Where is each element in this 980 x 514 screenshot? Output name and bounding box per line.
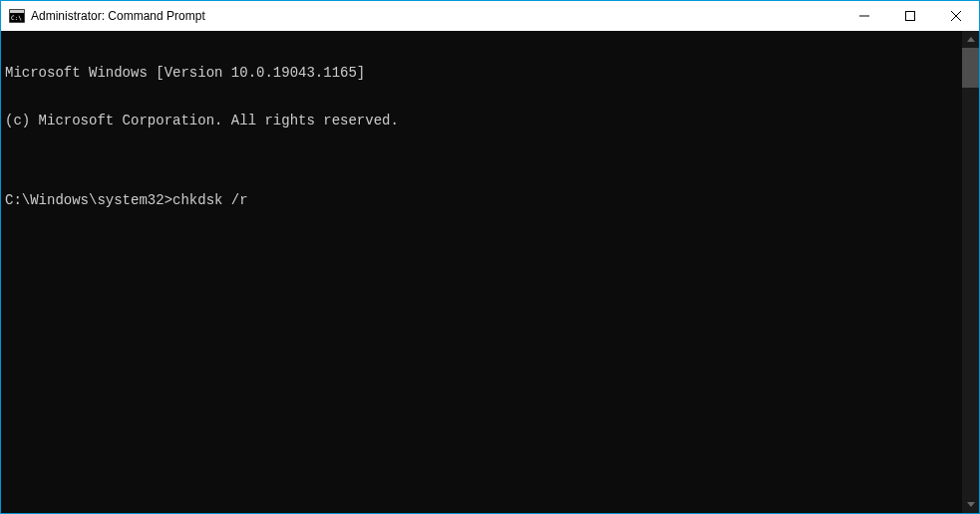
terminal-output-line: (c) Microsoft Corporation. All rights re…	[5, 113, 958, 128]
scroll-down-arrow-icon[interactable]	[962, 496, 979, 513]
svg-marker-7	[967, 37, 975, 42]
maximize-button[interactable]	[887, 1, 933, 31]
titlebar[interactable]: C:\ Administrator: Command Prompt	[1, 1, 979, 31]
scroll-up-arrow-icon[interactable]	[962, 31, 979, 48]
svg-rect-1	[10, 10, 24, 13]
command-prompt-window: C:\ Administrator: Command Prompt Micros…	[0, 0, 980, 514]
terminal[interactable]: Microsoft Windows [Version 10.0.19043.11…	[1, 31, 962, 513]
terminal-prompt: C:\Windows\system32>	[5, 192, 172, 208]
svg-rect-4	[906, 12, 915, 21]
svg-marker-8	[967, 502, 975, 507]
terminal-prompt-line: C:\Windows\system32>chkdsk /r	[5, 192, 958, 208]
window-controls	[841, 1, 979, 31]
terminal-area: Microsoft Windows [Version 10.0.19043.11…	[1, 31, 979, 513]
svg-text:C:\: C:\	[11, 14, 22, 21]
terminal-command: chkdsk /r	[172, 192, 248, 208]
window-title: Administrator: Command Prompt	[31, 9, 205, 23]
close-button[interactable]	[933, 1, 979, 31]
vertical-scrollbar[interactable]	[962, 31, 979, 513]
minimize-button[interactable]	[841, 1, 887, 31]
scroll-thumb[interactable]	[962, 48, 979, 88]
scroll-track[interactable]	[962, 48, 979, 496]
cmd-icon: C:\	[9, 9, 25, 23]
terminal-output-line: Microsoft Windows [Version 10.0.19043.11…	[5, 65, 958, 81]
